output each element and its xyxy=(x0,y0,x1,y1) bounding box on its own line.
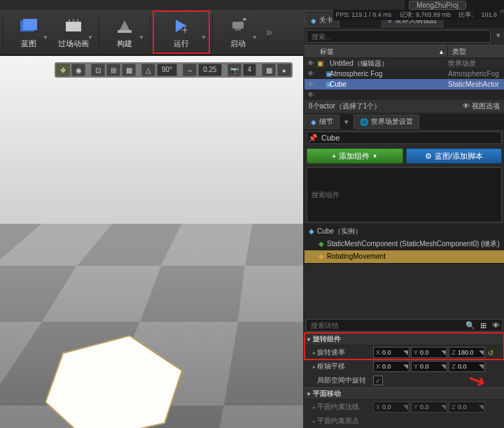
plane-normal-y[interactable]: Y0.0◥ xyxy=(411,401,447,413)
eye-icon: 👁 xyxy=(463,102,470,110)
actor-icon: ▣ xyxy=(317,80,327,88)
angle-snap-button[interactable]: △ xyxy=(141,64,155,76)
reset-icon[interactable]: ↺ xyxy=(488,349,493,357)
svg-rect-7 xyxy=(118,30,132,33)
eye-icon[interactable]: 👁 xyxy=(307,59,317,67)
col-label-header[interactable]: 标签 xyxy=(320,47,334,57)
plane-normal-row: ▸平面约束法线 X0.0◥ Y0.0◥ Z0.0◥ xyxy=(304,400,504,414)
cinematic-button[interactable]: 过场动画▼ xyxy=(51,11,96,53)
viewport-3d[interactable] xyxy=(0,56,303,428)
component-icon: ◆ xyxy=(318,252,324,260)
svg-rect-2 xyxy=(66,22,81,31)
mem-label: 9,765.89 mb xyxy=(416,11,451,18)
svg-point-5 xyxy=(73,19,75,21)
select-mode-button[interactable]: ✥ xyxy=(56,64,70,76)
svg-point-4 xyxy=(69,19,71,21)
svg-rect-1 xyxy=(23,19,37,30)
eye-icon[interactable]: 👁 xyxy=(307,70,317,78)
plane-normal-x[interactable]: X0.0◥ xyxy=(373,401,410,413)
add-component-button[interactable]: + 添加组件▼ xyxy=(307,148,403,164)
actor-icon: ▣ xyxy=(317,59,327,67)
rotation-rate-y[interactable]: Y0.0◥ xyxy=(411,347,447,358)
global-mode-button[interactable]: ◉ xyxy=(71,64,85,76)
grid-snap-button[interactable]: ⊞ xyxy=(106,64,120,76)
plane-normal-z[interactable]: Z0.0◥ xyxy=(449,401,485,413)
svg-rect-9 xyxy=(232,22,244,29)
scale-snap-button[interactable]: ↔ xyxy=(183,64,197,76)
blueprint-button[interactable]: 蓝图▼ xyxy=(6,11,51,53)
pin-icon[interactable]: 📌 xyxy=(307,134,318,143)
search-icon[interactable]: 🔍 xyxy=(464,321,477,330)
blueprint-script-button[interactable]: ⚙蓝图/添加脚本 xyxy=(406,148,503,164)
launch-button[interactable]: 启动▼ xyxy=(216,11,260,53)
component-row[interactable]: ◆Cube（实例） xyxy=(304,225,504,238)
angle-snap-value[interactable]: 90° xyxy=(157,64,177,76)
svg-rect-10 xyxy=(235,29,241,31)
grid-snap-toggle[interactable]: ▦ xyxy=(122,64,136,76)
play-button[interactable]: 运行▼ xyxy=(153,11,209,53)
category-rotate-component[interactable]: ▾旋转组件 xyxy=(304,333,504,345)
cube-shadow-icon xyxy=(46,322,186,428)
plane-origin-row: ▸平面约束原点 xyxy=(304,414,504,428)
dropdown-icon[interactable]: ▾ xyxy=(340,117,354,127)
component-icon: ◆ xyxy=(318,240,324,248)
ratio-label: 101.6 xyxy=(481,11,497,18)
local-rotation-checkbox[interactable]: ✓ xyxy=(373,376,383,385)
table-row[interactable]: 👁▣CubeStaticMeshActor xyxy=(304,79,504,90)
project-tab[interactable]: MengZhuProj xyxy=(409,1,466,10)
actor-count-label: 8个actor（选择了1个） xyxy=(309,101,381,111)
eye-icon[interactable]: 👁 xyxy=(489,321,502,329)
pivot-y[interactable]: Y0.0◥ xyxy=(411,361,447,372)
component-search-input[interactable] xyxy=(307,167,502,222)
details-search-input[interactable] xyxy=(307,322,464,329)
table-row[interactable]: 👁▣Untitled（编辑器）世界场景 xyxy=(304,58,504,69)
filter-icon[interactable]: ▾ xyxy=(493,31,504,45)
col-type-header[interactable]: 类型 xyxy=(448,45,504,57)
details-tab[interactable]: ◆ 细节 xyxy=(304,115,340,129)
details-icon: ◆ xyxy=(311,118,316,126)
camera-speed-value[interactable]: 4 xyxy=(243,64,257,76)
globe-icon: 🌐 xyxy=(360,118,368,126)
table-row[interactable]: 👁 xyxy=(304,90,504,100)
table-row[interactable]: 👁▣Atmospheric FogAtmosphericFog xyxy=(304,69,504,79)
actor-icon: ▣ xyxy=(317,70,327,78)
viewport-mode-bar: ✥ ◉ ⊡ ⊞ ▦ △ 90° ↔ 0.25 📷 4 ▦ ▸ xyxy=(55,62,293,78)
outliner-search-input[interactable] xyxy=(307,30,491,43)
component-row[interactable]: ◆StaticMeshComponent (StaticMeshComponen… xyxy=(304,238,504,250)
globe-icon: ◆ xyxy=(311,17,316,24)
pivot-x[interactable]: X0.0◥ xyxy=(373,361,410,372)
camera-speed-button[interactable]: 📷 xyxy=(227,64,241,76)
rotation-rate-x[interactable]: X0.0◥ xyxy=(373,347,410,358)
toolbar-overflow[interactable]: » xyxy=(266,26,272,38)
fps-label: FPS: 119.1 / 8.4 ms xyxy=(336,11,392,18)
component-row[interactable]: ◆RotatingMovement xyxy=(304,250,504,263)
eye-icon[interactable]: 👁 xyxy=(307,80,317,88)
gear-icon: ⚙ xyxy=(425,152,432,161)
viewport-maximize-button[interactable]: ▸ xyxy=(277,64,291,76)
surface-snap-button[interactable]: ⊡ xyxy=(91,64,105,76)
view-options-button[interactable]: 👁 视图选项 xyxy=(463,101,500,111)
matrix-icon[interactable]: ⊞ xyxy=(477,321,489,330)
actor-name-input[interactable] xyxy=(318,134,501,142)
world-settings-tab[interactable]: 🌐 世界场景设置 xyxy=(354,115,419,129)
svg-point-6 xyxy=(77,19,79,21)
scale-snap-value[interactable]: 0.25 xyxy=(198,64,221,76)
viewport-layout-button[interactable]: ▦ xyxy=(262,64,276,76)
component-icon: ◆ xyxy=(309,227,314,235)
build-button[interactable]: 构建▼ xyxy=(102,11,147,53)
rotation-rate-z[interactable]: Z180.0◥ xyxy=(449,347,485,358)
rotation-rate-row: ▸旋转速率 X0.0◥ Y0.0◥ Z180.0◥ ↺ xyxy=(304,345,504,359)
